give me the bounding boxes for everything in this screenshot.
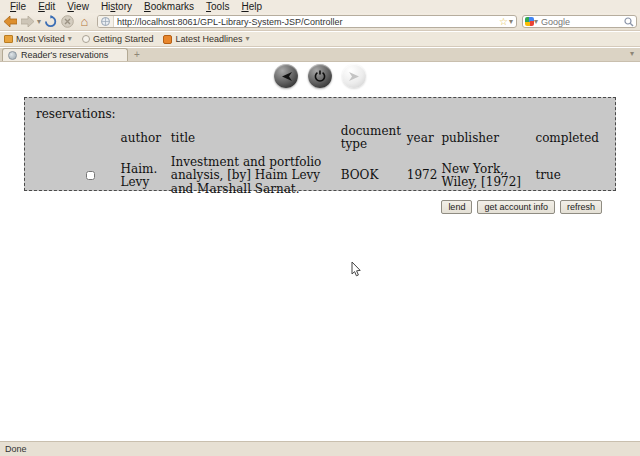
menu-bar: File Edit View History Bookmarks Tools H… bbox=[0, 0, 640, 13]
panel-label: reservations: bbox=[36, 107, 604, 121]
tab-bar: Reader's reservations + ▾ bbox=[0, 48, 640, 62]
url-input[interactable] bbox=[114, 17, 498, 27]
search-box[interactable]: ▾ bbox=[522, 15, 637, 28]
navigation-toolbar: ▾ ⌂ ☆ ▾ ▾ bbox=[0, 13, 640, 31]
header-author: author bbox=[121, 125, 171, 156]
cell-author: Haim. Levy bbox=[121, 156, 171, 196]
menu-bookmarks[interactable]: Bookmarks bbox=[138, 1, 200, 12]
refresh-button[interactable]: refresh bbox=[560, 200, 602, 214]
bookmark-label: Most Visited bbox=[16, 34, 65, 44]
page-icon bbox=[82, 35, 90, 43]
menu-edit[interactable]: Edit bbox=[32, 1, 61, 12]
tab-title: Reader's reservations bbox=[21, 50, 108, 60]
bookmark-label: Getting Started bbox=[93, 34, 154, 44]
page-nav-buttons bbox=[0, 64, 640, 88]
url-dropdown-icon[interactable]: ▾ bbox=[509, 18, 516, 26]
mouse-cursor bbox=[351, 262, 363, 278]
forward-arrow-icon bbox=[349, 72, 360, 81]
tab-list-dropdown-icon[interactable]: ▾ bbox=[630, 47, 634, 61]
cell-completed: true bbox=[535, 156, 604, 196]
magnifier-icon[interactable] bbox=[624, 17, 634, 27]
page-content: reservations: author title document type… bbox=[0, 62, 640, 441]
bookmark-most-visited[interactable]: Most Visited ▾ bbox=[4, 34, 72, 44]
header-year: year bbox=[407, 125, 442, 156]
table-actions-row: lend get account info refresh bbox=[86, 196, 604, 214]
bookmark-getting-started[interactable]: Getting Started bbox=[82, 34, 154, 44]
get-account-info-button[interactable]: get account info bbox=[477, 200, 555, 214]
table-header-row: author title document type year publishe… bbox=[86, 125, 604, 156]
cell-title: Investment and portfolio analysis, [by] … bbox=[171, 156, 341, 196]
power-icon bbox=[314, 70, 326, 82]
home-icon[interactable]: ⌂ bbox=[77, 15, 92, 29]
page-back-button[interactable] bbox=[274, 64, 298, 88]
stop-icon bbox=[60, 15, 75, 29]
reload-icon[interactable] bbox=[43, 15, 58, 29]
tab-readers-reservations[interactable]: Reader's reservations bbox=[2, 48, 128, 61]
bookmark-star-icon[interactable]: ☆ bbox=[498, 17, 509, 27]
menu-history[interactable]: History bbox=[95, 1, 138, 12]
menu-view[interactable]: View bbox=[61, 1, 95, 12]
status-bar: Done bbox=[0, 441, 640, 456]
cell-publisher: New York,, Wiley, [1972] bbox=[441, 156, 535, 196]
page-forward-button bbox=[342, 64, 366, 88]
bookmark-latest-headlines[interactable]: Latest Headlines ▾ bbox=[163, 34, 249, 44]
status-text: Done bbox=[5, 444, 27, 454]
header-completed: completed bbox=[535, 125, 604, 156]
forward-icon bbox=[20, 15, 35, 29]
reservations-panel: reservations: author title document type… bbox=[24, 97, 616, 191]
bookmarks-toolbar: Most Visited ▾ Getting Started Latest He… bbox=[0, 32, 640, 47]
back-arrow-icon bbox=[281, 72, 292, 81]
rss-icon bbox=[163, 35, 172, 44]
table-row: Haim. Levy Investment and portfolio anal… bbox=[86, 156, 604, 196]
header-document-type: document type bbox=[341, 125, 407, 156]
cell-year: 1972 bbox=[407, 156, 442, 196]
back-history-dropdown-icon[interactable]: ▾ bbox=[37, 18, 41, 26]
chevron-down-icon: ▾ bbox=[245, 35, 249, 43]
menu-file[interactable]: File bbox=[4, 1, 32, 12]
chevron-down-icon: ▾ bbox=[68, 35, 72, 43]
url-bar[interactable]: ☆ ▾ bbox=[97, 15, 517, 28]
menu-help[interactable]: Help bbox=[235, 1, 268, 12]
new-tab-button[interactable]: + bbox=[128, 48, 146, 61]
page-favicon-icon bbox=[98, 16, 114, 27]
menu-tools[interactable]: Tools bbox=[200, 1, 235, 12]
header-title: title bbox=[171, 125, 341, 156]
panel-buttons: lend get account info refresh bbox=[441, 196, 602, 214]
cell-document-type: BOOK bbox=[341, 156, 407, 196]
back-icon[interactable] bbox=[3, 15, 18, 29]
google-engine-icon bbox=[525, 17, 534, 26]
reservation-checkbox[interactable] bbox=[86, 171, 95, 180]
bookmark-label: Latest Headlines bbox=[175, 34, 242, 44]
tab-favicon-icon bbox=[8, 51, 17, 60]
header-publisher: publisher bbox=[441, 125, 535, 156]
folder-icon bbox=[4, 35, 13, 43]
search-input[interactable] bbox=[538, 17, 624, 27]
logout-power-button[interactable] bbox=[308, 64, 332, 88]
reservations-table: author title document type year publishe… bbox=[86, 125, 604, 214]
lend-button[interactable]: lend bbox=[441, 200, 472, 214]
